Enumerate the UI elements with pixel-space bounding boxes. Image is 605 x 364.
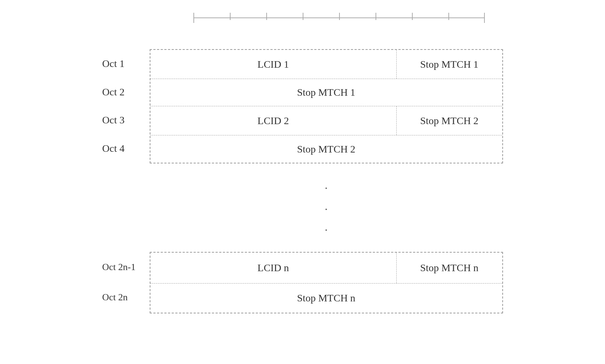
row1: LCID 1 Stop MTCH 1	[150, 50, 502, 79]
row-n2: Stop MTCH n	[150, 284, 502, 313]
stop-mtch1-a-text: Stop MTCH 1	[420, 59, 478, 70]
stop-mtchn-b-text: Stop MTCH n	[297, 292, 355, 304]
label-oct4: Oct 4	[102, 135, 150, 162]
ruler-dashes-svg	[193, 11, 485, 31]
oct2n-text: Oct 2n	[102, 292, 128, 303]
section1-table: LCID 1 Stop MTCH 1 Stop MTCH 1 LCID 2 St…	[150, 49, 503, 163]
cell-lcidn: LCID n	[150, 253, 397, 283]
lcid1-text: LCID 1	[258, 59, 289, 70]
cell-lcid2: LCID 2	[150, 106, 397, 135]
cell-stop-mtch1-a: Stop MTCH 1	[397, 50, 502, 79]
label-oct2: Oct 2	[102, 78, 150, 106]
dots-separator: · · ·	[150, 178, 503, 241]
label-oct3: Oct 3	[102, 106, 150, 135]
label-oct2n1: Oct 2n-1	[102, 252, 150, 283]
cell-lcid1: LCID 1	[150, 50, 397, 79]
oct4-text: Oct 4	[102, 143, 125, 154]
oct2-text: Oct 2	[102, 86, 125, 98]
row2: Stop MTCH 1	[150, 79, 502, 106]
cell-stop-mtchn-b: Stop MTCH n	[150, 284, 502, 313]
section1-labels: Oct 1 Oct 2 Oct 3 Oct 4	[102, 49, 150, 163]
stop-mtch1-b-text: Stop MTCH 1	[297, 87, 355, 98]
cell-stop-mtch1-b: Stop MTCH 1	[150, 79, 502, 106]
cell-stop-mtch2-a: Stop MTCH 2	[397, 106, 502, 135]
timeline-ruler	[193, 11, 485, 31]
diagram-container: Oct 1 Oct 2 Oct 3 Oct 4 LCID 1 Stop MTCH…	[102, 11, 503, 313]
row4: Stop MTCH 2	[150, 135, 502, 163]
label-oct2n: Oct 2n	[102, 283, 150, 312]
section2-table: LCID n Stop MTCH n Stop MTCH n	[150, 252, 503, 313]
oct3-text: Oct 3	[102, 114, 125, 126]
oct2n1-text: Oct 2n-1	[102, 262, 136, 273]
row3: LCID 2 Stop MTCH 2	[150, 106, 502, 135]
row-n1: LCID n Stop MTCH n	[150, 253, 502, 284]
stop-mtch2-b-text: Stop MTCH 2	[297, 143, 355, 155]
section2-labels: Oct 2n-1 Oct 2n	[102, 252, 150, 313]
cell-stop-mtchn-a: Stop MTCH n	[397, 253, 502, 283]
stop-mtchn-a-text: Stop MTCH n	[420, 262, 478, 274]
oct1-text: Oct 1	[102, 58, 125, 70]
label-oct1: Oct 1	[102, 49, 150, 78]
section1: Oct 1 Oct 2 Oct 3 Oct 4 LCID 1 Stop MTCH…	[102, 49, 503, 163]
stop-mtch2-a-text: Stop MTCH 2	[420, 115, 478, 127]
section2: Oct 2n-1 Oct 2n LCID n Stop MTCH n Stop …	[102, 252, 503, 313]
cell-stop-mtch2-b: Stop MTCH 2	[150, 135, 502, 163]
lcidn-text: LCID n	[258, 262, 289, 274]
lcid2-text: LCID 2	[258, 115, 289, 127]
